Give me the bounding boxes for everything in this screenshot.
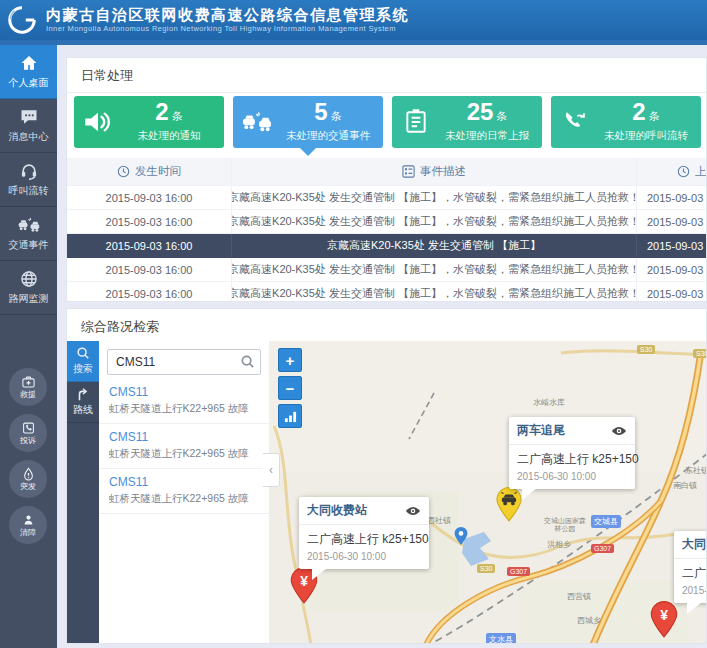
- quick-action-rescue[interactable]: 救援: [9, 368, 47, 406]
- sidebar-item-call-transfer[interactable]: 呼叫流转: [0, 153, 57, 207]
- collision-icon: [242, 109, 272, 135]
- headset-icon: [18, 161, 40, 181]
- card-count: 2: [632, 98, 645, 125]
- call-transfer-icon: [560, 109, 590, 135]
- card-unprocessed-call-transfers[interactable]: 2条 未处理的呼叫流转: [551, 96, 701, 148]
- app-subtitle: Inner Mongolia Autonomous Region Network…: [46, 25, 409, 33]
- result-name: CMS11: [109, 430, 259, 444]
- event-time: 2015-09-03 16:00: [67, 282, 232, 302]
- event-description: 京藏高速K20-K35处 发生交通管制 【施工】: [232, 234, 637, 257]
- result-name: CMS11: [109, 385, 259, 399]
- accident-car-marker-icon[interactable]: [495, 487, 523, 522]
- traffic-event-icon: [18, 215, 40, 235]
- county-badge: 交城县: [591, 515, 621, 528]
- search-result-item[interactable]: CMS11 虹桥天隧道上行K22+965 故障: [99, 469, 269, 514]
- column-report-time: 上报时间: [637, 158, 707, 185]
- popup-tail: [687, 602, 702, 614]
- card-unprocessed-notices[interactable]: 2条 未处理的通知: [74, 96, 224, 148]
- place-label: 东社镇: [685, 465, 707, 476]
- search-result-item[interactable]: CMS11 虹桥天隧道上行K22+965 故障: [99, 379, 269, 424]
- road-badge: S30: [637, 345, 655, 354]
- map-roads-layer: [269, 341, 707, 643]
- zoom-levels-button[interactable]: [278, 404, 302, 428]
- stat-cards: 2条 未处理的通知 5条 未处理的交通事件 25条 未处理的日常上报: [67, 94, 707, 158]
- sidebar-item-traffic-events[interactable]: 交通事件: [0, 207, 57, 261]
- result-description: 虹桥天隧道上行K22+965 故障: [109, 492, 259, 506]
- road-network-icon: [18, 269, 40, 289]
- event-description: 京藏高速K20-K35处 发生交通管制 【施工】，水管破裂，需紧急组织施工人员抢…: [232, 210, 637, 233]
- popup-title: 两车追尾: [517, 422, 565, 439]
- sidebar-item-message-center[interactable]: 消息中心: [0, 99, 57, 153]
- place-label: 洪相乡: [547, 539, 571, 550]
- zoom-out-button[interactable]: −: [278, 376, 302, 400]
- clock-icon: [117, 165, 130, 178]
- event-row[interactable]: 2015-09-03 16:00 京藏高速K20-K35处 发生交通管制 【施工…: [67, 282, 707, 302]
- popup-time: 2015-06-30 10:00: [682, 585, 707, 596]
- search-icon[interactable]: [240, 354, 255, 369]
- county-badge: 文水县: [486, 633, 516, 643]
- popup-road: 二广高速上行 k25+150: [307, 531, 421, 548]
- popup-title: 大同收费站: [307, 502, 367, 519]
- card-unprocessed-daily-reports[interactable]: 25条 未处理的日常上报: [392, 96, 542, 148]
- search-results-column: CMS11 虹桥天隧道上行K22+965 故障 CMS11 虹桥天隧道上行K22…: [99, 341, 270, 643]
- popup-tail: [312, 568, 327, 580]
- map-popup-rear-end-collision: 两车追尾 二广高速上行 k25+150 2015-06-30 10:00: [509, 417, 635, 489]
- event-time: 2015-09-03 16:00: [67, 186, 232, 209]
- search-result-item[interactable]: CMS11 虹桥天隧道上行K22+965 故障: [99, 424, 269, 469]
- search-input[interactable]: [107, 349, 261, 375]
- list-icon: [402, 165, 415, 178]
- event-row[interactable]: 2015-09-03 16:00 京藏高速K20-K35处 发生交通管制 【施工…: [67, 186, 707, 210]
- event-time: 2015-09-03 16:00: [67, 234, 232, 257]
- app-title: 内蒙古自治区联网收费高速公路综合信息管理系统: [46, 7, 409, 24]
- sidebar-item-personal-desktop[interactable]: 个人桌面: [0, 45, 57, 99]
- location-pin-icon[interactable]: [454, 526, 468, 546]
- quick-action-clearance[interactable]: 清障: [9, 506, 47, 544]
- result-description: 虹桥天隧道上行K22+965 故障: [109, 402, 259, 416]
- card-unprocessed-traffic-events[interactable]: 5条 未处理的交通事件: [233, 96, 383, 148]
- event-row-selected[interactable]: 2015-09-03 16:00 京藏高速K20-K35处 发生交通管制 【施工…: [67, 234, 707, 258]
- quick-action-emergency[interactable]: 突发: [9, 460, 47, 498]
- collapse-results-button[interactable]: ‹: [263, 453, 280, 487]
- rescue-icon: [21, 375, 36, 389]
- tab-route[interactable]: 路线: [67, 382, 99, 423]
- sidebar-nav: 个人桌面 消息中心 呼叫流转 交通事件 路网监测 救援 投诉 突发: [0, 45, 57, 648]
- zoom-in-button[interactable]: +: [278, 348, 302, 372]
- event-report-time: 2015-09-03 16:00: [637, 234, 707, 257]
- event-row[interactable]: 2015-09-03 16:00 京藏高速K20-K35处 发生交通管制 【施工…: [67, 210, 707, 234]
- sidebar-item-road-network-monitor[interactable]: 路网监测: [0, 261, 57, 315]
- clock-icon: [677, 165, 690, 178]
- card-count: 5: [314, 98, 327, 125]
- events-table: 发生时间 事件描述 上报时间 2015-09-03 16:00 京藏高速K20-…: [67, 158, 707, 302]
- result-name: CMS11: [109, 475, 259, 489]
- event-report-time: 2015-09-03 16:00: [637, 210, 707, 233]
- toll-station-marker-icon[interactable]: ¥: [649, 601, 679, 638]
- card-count: 2: [155, 98, 168, 125]
- daily-processing-panel: 日常处理 2条 未处理的通知 5条 未处理的交通事件 2: [66, 57, 707, 302]
- bar-levels-icon: [284, 410, 297, 423]
- event-description: 京藏高速K20-K35处 发生交通管制 【施工】，水管破裂，需紧急组织施工人员抢…: [232, 282, 637, 302]
- place-label: 南白镇: [673, 480, 697, 491]
- daily-panel-title: 日常处理: [67, 58, 706, 93]
- home-icon: [18, 53, 40, 73]
- card-label: 未处理的呼叫流转: [599, 129, 693, 143]
- tab-search[interactable]: 搜索: [67, 341, 99, 382]
- app-header: 内蒙古自治区联网收费高速公路综合信息管理系统 Inner Mongolia Au…: [0, 0, 707, 40]
- selected-card-pointer: [300, 148, 316, 156]
- quick-action-complaint[interactable]: 投诉: [9, 414, 47, 452]
- place-label: 西城乡: [577, 615, 601, 626]
- popup-road: 二广高速上行 k25+150: [517, 451, 627, 468]
- search-panel-title: 综合路况检索: [67, 309, 706, 344]
- result-description: 虹桥天隧道上行K22+965 故障: [109, 447, 259, 461]
- road-badge: G307: [591, 544, 614, 553]
- map-popup-datong-toll: 大同收费站 二广高速上行 k25+150 2015-06-30 10:00: [299, 497, 429, 569]
- event-time: 2015-09-03 16:00: [67, 258, 232, 281]
- eye-icon[interactable]: [405, 506, 421, 516]
- popup-time: 2015-06-30 10:00: [307, 551, 421, 562]
- eye-icon[interactable]: [611, 426, 627, 436]
- event-row[interactable]: 2015-09-03 16:00 京藏高速K20-K35处 发生交通管制 【施工…: [67, 258, 707, 282]
- map-canvas[interactable]: + − S30 S30 S30 S30 G307 G307 交城县 文水县 水峪…: [269, 341, 707, 643]
- place-label: 交城山国家森林公园: [541, 517, 589, 533]
- popup-time: 2015-06-30 10:00: [517, 471, 627, 482]
- card-count: 25: [467, 98, 494, 125]
- clearance-icon: [21, 513, 36, 527]
